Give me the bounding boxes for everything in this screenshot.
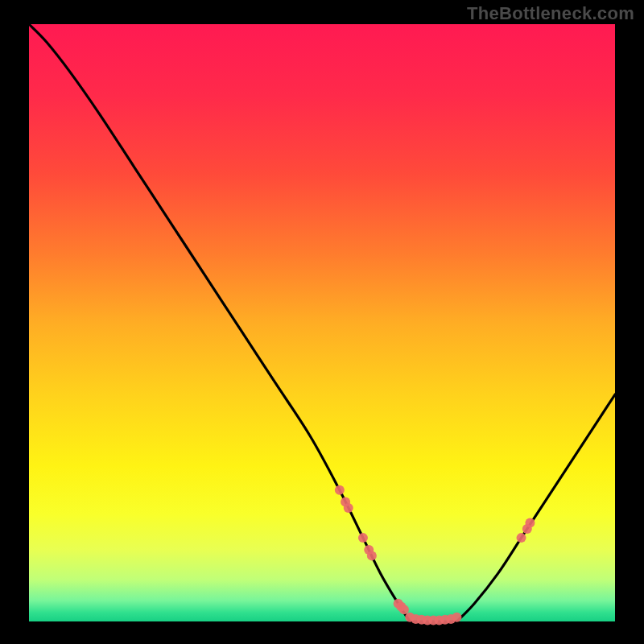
highlight-point (517, 533, 526, 543)
plot-area (29, 24, 615, 621)
highlight-point (452, 613, 461, 622)
chart-svg (29, 24, 615, 621)
highlight-point (399, 605, 409, 614)
highlight-point (358, 533, 368, 543)
chart-container: TheBottleneck.com (0, 0, 644, 644)
highlight-point (525, 518, 535, 528)
highlight-point (344, 503, 353, 513)
highlight-point (367, 551, 377, 560)
highlight-point (335, 485, 345, 495)
watermark-text: TheBottleneck.com (467, 3, 634, 24)
